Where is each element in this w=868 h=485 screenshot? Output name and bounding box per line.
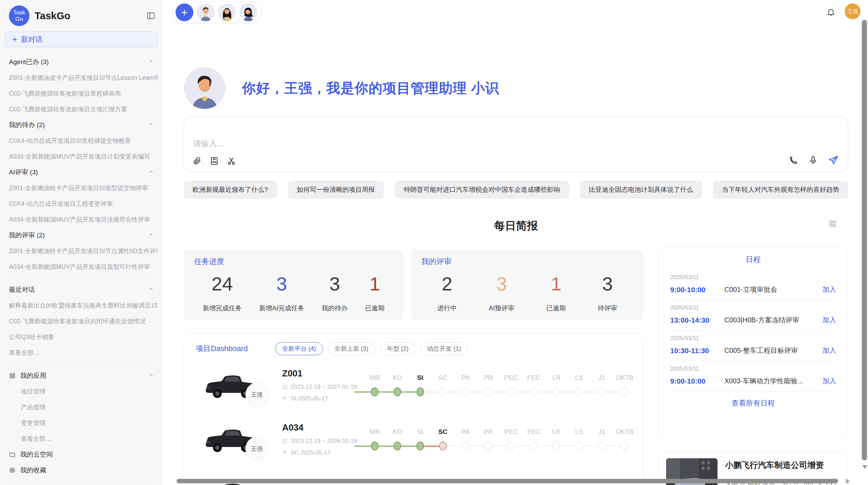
- list-item[interactable]: 公司Q3轻卡销量: [5, 329, 158, 345]
- list-item[interactable]: C02-飞腾新能源轻客改款项目里程碑画布: [5, 86, 158, 101]
- app-title: TaskGo: [35, 10, 146, 22]
- layout-grid-icon[interactable]: [828, 219, 837, 228]
- user-avatar[interactable]: 王强: [845, 3, 860, 19]
- tab-new-body[interactable]: 全新上装 (3): [328, 342, 375, 355]
- schedule-item: 2025/03/11 9:00-10:00 C001-立项审批会 加入: [670, 270, 836, 300]
- scroll-right-arrow-icon[interactable]: [846, 478, 850, 484]
- divider: [9, 482, 154, 482]
- section-recent-chats[interactable]: 最近对话: [5, 282, 158, 298]
- stat-label: 待评审: [598, 304, 617, 313]
- milestone-dot: [371, 387, 378, 396]
- join-link[interactable]: 加入: [822, 376, 836, 386]
- vertical-scrollbar-thumb[interactable]: [862, 20, 867, 460]
- add-agent-button[interactable]: +: [176, 3, 193, 21]
- suggestion-chip[interactable]: 欧洲新规最近颁布了什么?: [184, 181, 277, 199]
- project-row[interactable]: 王强 Z001 2023-12-19 ~ 2027-01-19 SI-2025-…: [202, 368, 636, 420]
- project-row[interactable]: 王强 A034 2023-12-19 ~ 2026-01-19 SC-2025-…: [202, 422, 636, 474]
- project-info: Z001 2023-12-19 ~ 2027-01-19 SI-2025-05-…: [282, 368, 357, 402]
- section-my-todo[interactable]: 我的待办 (2): [5, 117, 158, 133]
- sidebar-item-change-mgmt[interactable]: 变更管理: [5, 415, 158, 431]
- section-my-review[interactable]: 我的评审 (2): [5, 227, 158, 243]
- stat-value: 1: [546, 273, 566, 295]
- milestone-dot: [484, 387, 492, 396]
- list-item[interactable]: C02-飞腾新能源轻客改款项目的闭环通告反馈情况: [5, 313, 158, 329]
- agent-avatar[interactable]: [197, 3, 215, 21]
- suggestion-chip[interactable]: 如何写一份清晰的项目周报: [288, 181, 384, 199]
- stat: 1 已逾期: [365, 273, 385, 313]
- milestone-dot: [507, 442, 515, 450]
- list-item[interactable]: Z001-全新燃油皮卡产品开发项目SI节点Lesson Learn报告: [5, 70, 158, 86]
- stat: 3 我的待办: [322, 273, 348, 313]
- view-all-link[interactable]: 查看全部...: [5, 431, 158, 447]
- join-link[interactable]: 加入: [822, 346, 836, 355]
- horizontal-scrollbar-thumb[interactable]: [177, 479, 838, 483]
- view-all-schedule-link[interactable]: 查看所有日程: [670, 391, 836, 415]
- flag-icon: [282, 450, 288, 456]
- schedule-item: 2025/03/11 10:30-11:30 C005-整车工程目标评审 加入: [670, 331, 836, 361]
- stat-value: 3: [322, 273, 348, 295]
- milestone-track: MR KO SI SC PA PR PEC FEC LR LS J1 OKTB: [363, 374, 636, 396]
- list-item[interactable]: 解释最新出台的欧盟报废车法规再生塑料比例被调至15%...: [5, 298, 158, 313]
- milestone-dot: [575, 387, 583, 396]
- list-item[interactable]: Z001-全新燃油轻卡产品开发项目SI造型提交物评审: [5, 180, 158, 196]
- suggestion-chip[interactable]: 当下年轻人对汽车外观有怎样的喜好趋势: [713, 181, 848, 199]
- sidebar-item-product-mgmt[interactable]: 产品管理: [5, 399, 158, 415]
- suggestion-chip[interactable]: 特朗普可能对进口汽车增税会对中国车企造成哪些影响: [395, 181, 569, 199]
- milestone: LR: [545, 428, 568, 450]
- attachment-icon[interactable]: [192, 156, 202, 166]
- stat-value: 1: [365, 273, 385, 295]
- list-item[interactable]: Z001-全新燃油轻卡产品开发项目SI节点属性5D文件评审: [5, 243, 158, 259]
- view-all-link[interactable]: 查看全部...: [5, 345, 158, 361]
- milestone-dot: [553, 442, 560, 450]
- milestone: MR: [363, 374, 386, 396]
- list-item[interactable]: A034-全新新能源MUV产品开发项目造型可行性评审: [5, 259, 158, 275]
- notification-bell-icon[interactable]: [827, 8, 835, 16]
- sidebar: Task Go TaskGo + 新对话 Agent已办 (3) Z001-全新…: [0, 0, 163, 485]
- stat-label: 已逾期: [546, 304, 566, 313]
- list-item[interactable]: A034-全新新能源MUV产品开发项目法规符合性评审: [5, 212, 158, 227]
- schedule-date: 2025/03/11: [670, 365, 836, 372]
- stat-label: 已逾期: [365, 304, 385, 313]
- schedule-event-title: C003|H0B-方案冻结评审: [724, 315, 822, 325]
- stat-label: 我的待办: [322, 304, 348, 313]
- section-ai-review[interactable]: AI评审 (3): [5, 164, 158, 180]
- tab-year-model[interactable]: 年型 (2): [380, 342, 415, 355]
- milestone-dot: [530, 442, 538, 450]
- list-item[interactable]: C0X4-动力总成开发项目工程变更评审: [5, 196, 158, 212]
- schedule-event-title: C005-整车工程目标评审: [724, 346, 822, 355]
- microphone-icon[interactable]: [808, 155, 818, 165]
- list-item[interactable]: A034-全新新能源MUV产品开发项目计划变更表编写: [5, 149, 158, 164]
- list-item[interactable]: C0X4-动力总成开发项目SI里程碑提交物检查: [5, 133, 158, 149]
- sidebar-item-my-apps[interactable]: 我的应用: [5, 368, 158, 384]
- image-upload-icon[interactable]: [209, 156, 219, 166]
- agent-avatar[interactable]: [218, 3, 236, 21]
- agent-avatar[interactable]: [239, 3, 257, 21]
- scroll-down-arrow-icon[interactable]: [862, 465, 868, 469]
- join-link[interactable]: 加入: [822, 285, 836, 294]
- send-icon[interactable]: [828, 155, 839, 166]
- sidebar-item-project-mgmt[interactable]: 项目管理: [5, 384, 158, 399]
- tab-powertrain[interactable]: 动总开发 (1): [420, 342, 468, 355]
- clock-icon: [282, 438, 288, 444]
- join-link[interactable]: 加入: [822, 315, 836, 325]
- new-chat-button[interactable]: + 新对话: [5, 32, 158, 47]
- project-flag-date: SI-2025-05-17: [282, 395, 357, 402]
- milestone-dot: [439, 442, 447, 450]
- agent-crew-bar: +: [173, 2, 262, 23]
- phone-icon[interactable]: [788, 155, 798, 165]
- stat: 2 进行中: [437, 273, 457, 313]
- section-agent-done[interactable]: Agent已办 (3): [5, 54, 158, 70]
- schedule-time: 9:00-10:00: [670, 377, 724, 385]
- sidebar-item-cloud-space[interactable]: 我的云空间: [5, 447, 158, 462]
- chevron-up-icon: [148, 286, 154, 294]
- suggestion-chip[interactable]: 比亚迪全固态电池计划具体说了什么: [580, 181, 702, 199]
- tab-new-platform[interactable]: 全新平台 (4): [275, 342, 323, 355]
- section-label: 我的评审 (2): [9, 231, 45, 240]
- scissors-icon[interactable]: [227, 156, 236, 166]
- chevron-up-icon: [148, 232, 154, 239]
- list-item[interactable]: C02-飞腾新能源轻客改款项目立项汇报方案: [5, 101, 158, 117]
- milestone-dot: [439, 387, 447, 396]
- sidebar-item-favorites[interactable]: 我的收藏: [5, 462, 158, 478]
- chat-composer[interactable]: 请输入...: [184, 117, 848, 172]
- collapse-sidebar-icon[interactable]: [146, 11, 155, 20]
